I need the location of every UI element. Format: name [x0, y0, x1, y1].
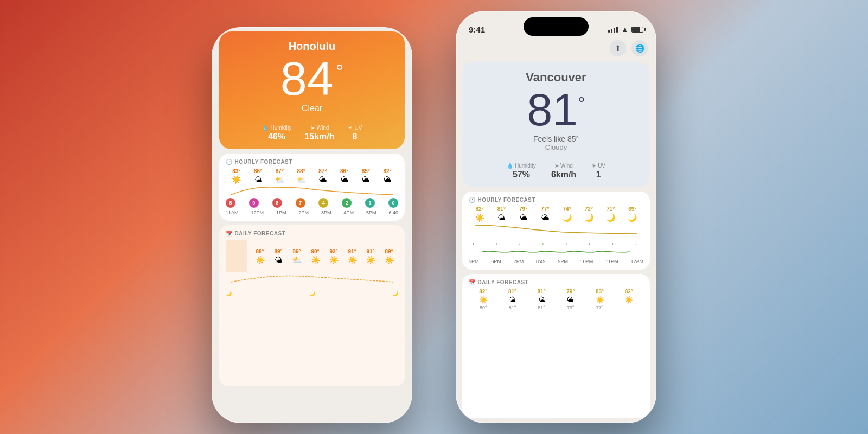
uv-dot-1: 9: [249, 198, 259, 208]
vancouver-content: ⬆ 🌐 Vancouver 81° Feels like 85° Cloudy …: [456, 40, 656, 423]
toolbar: ⬆ 🌐: [462, 40, 650, 56]
humidity-icon: 💧: [262, 125, 269, 131]
van-time-0: 5PM: [469, 259, 479, 264]
honolulu-uv: ☀ UV 8: [348, 125, 362, 142]
vancouver-condition: Cloudy: [472, 143, 640, 151]
uv-icon: ☀: [348, 125, 353, 131]
van-daily-4: 83° ☀️ 77°: [585, 289, 615, 310]
van-time-7: 12AM: [630, 259, 643, 264]
honolulu-daily-title: 📅 DAILY FORECAST: [226, 231, 398, 237]
hourly-col-2: 87° ⛅: [269, 168, 291, 184]
vancouver-stats: 💧 Humidity 57% ➤ Wind 6km/h ☀ UV: [472, 157, 640, 180]
hourly-col-1: 86° 🌤: [247, 168, 269, 184]
vancouver-daily-title: 📅 DAILY FORECAST: [469, 279, 643, 285]
daily-col-7: 89° ☀️: [380, 248, 398, 264]
left-phone: Honolulu 84° Clear 💧 Humidity 46% ➤: [212, 27, 412, 423]
battery-icon: [631, 27, 643, 33]
van-time-5: 10PM: [580, 259, 593, 264]
vancouver-city-name: Vancouver: [472, 71, 640, 85]
honolulu-hourly-card: 🕐 HOURLY FORECAST 83° ☀️ 86° 🌤 87° ⛅ 88°: [219, 154, 405, 221]
clock-icon-van: 🕐: [469, 197, 476, 203]
honolulu-stats: 💧 Humidity 46% ➤ Wind 15km/h ☀ UV: [229, 119, 395, 142]
van-hourly-0: 82° ☀️: [469, 206, 490, 222]
hourly-col-6: 85° 🌥: [355, 168, 377, 184]
van-hourly-5: 72° 🌙: [578, 206, 599, 222]
status-icons: ▲: [608, 25, 643, 34]
vancouver-uv: ☀ UV 1: [591, 163, 605, 180]
time-label-1: 12PM: [251, 210, 264, 215]
vancouver-weather-card: Vancouver 81° Feels like 85° Cloudy 💧 Hu…: [462, 62, 650, 187]
honolulu-hourly-title: 🕐 HOURLY FORECAST: [226, 159, 398, 165]
van-time-3: 8:49: [536, 259, 546, 264]
van-daily-3: 79° 🌥 79°: [556, 289, 585, 310]
daily-col-6: 91° ☀️: [361, 248, 380, 264]
clock-icon: 🕐: [226, 159, 233, 165]
daily-col-3: 90° ☀️: [306, 248, 324, 264]
uv-dot-5: 2: [342, 198, 352, 208]
share-button[interactable]: ⬆: [610, 40, 626, 56]
vancouver-humidity: 💧 Humidity 57%: [507, 163, 536, 180]
van-hourly-6: 71° 🌙: [600, 206, 622, 222]
uv-dot-0: 8: [226, 198, 235, 208]
daily-col-2: 89° ⛅: [288, 248, 306, 264]
vancouver-hourly-title: 🕐 HOURLY FORECAST: [469, 197, 643, 203]
vancouver-temp: 81°: [527, 84, 585, 135]
globe-button[interactable]: 🌐: [631, 40, 648, 56]
honolulu-weather-card: Honolulu 84° Clear 💧 Humidity 46% ➤: [219, 31, 405, 149]
daily-col-0: 88° ☀️: [251, 248, 269, 264]
van-time-2: 7PM: [514, 259, 524, 264]
van-daily-1: 81° 🌤 81°: [498, 289, 527, 310]
time-label-2: 1PM: [276, 210, 286, 215]
honolulu-daily-card: 📅 DAILY FORECAST 88° ☀️ 89° 🌤 89°: [219, 225, 405, 386]
van-daily-5: 82° ☀️ —: [614, 289, 643, 310]
honolulu-humidity: 💧 Humidity 46%: [262, 125, 292, 142]
daily-col-1: 89° 🌤: [269, 248, 288, 264]
moon-icon-1: 🌙: [226, 291, 232, 296]
uv-dot-3: 7: [296, 198, 305, 208]
vancouver-feels-like: Feels like 85°: [472, 135, 640, 143]
vancouver-daily-card: 📅 DAILY FORECAST 82° ☀️ 80° 81° 🌤 81° 81…: [462, 274, 650, 418]
calendar-icon: 📅: [226, 231, 233, 237]
status-time: 9:41: [469, 25, 485, 34]
van-hourly-3: 77° 🌥: [534, 206, 556, 222]
uv-dot-4: 4: [318, 198, 328, 208]
van-daily-0: 82° ☀️ 80°: [469, 289, 498, 310]
dynamic-island: [524, 17, 589, 36]
honolulu-city-name: Honolulu: [229, 40, 395, 53]
time-label-6: 5PM: [366, 210, 376, 215]
signal-bars: [608, 27, 618, 33]
van-hourly-2: 79° 🌥: [513, 206, 534, 222]
van-time-6: 11PM: [605, 259, 618, 264]
time-label-5: 4PM: [343, 210, 354, 215]
vancouver-wind: ➤ Wind 6km/h: [551, 163, 576, 180]
wind-arrows: ← ← ← ← ← ← ← ←: [469, 239, 643, 248]
uv-dot-7: 0: [388, 198, 398, 208]
van-hourly-4: 74° 🌙: [556, 206, 578, 222]
uv-dot-2: 8: [272, 198, 282, 208]
hourly-col-7: 82° 🌥: [376, 168, 398, 184]
hourly-col-3: 88° ⛅: [290, 168, 312, 184]
daily-col-5: 91° ☀️: [343, 248, 361, 264]
wind-icon-van: ➤: [554, 163, 559, 169]
hourly-col-4: 87° 🌥: [312, 168, 334, 184]
time-label-7: 6:40: [388, 210, 398, 215]
calendar-icon-van: 📅: [469, 279, 476, 285]
honolulu-temp: 84°: [229, 55, 395, 103]
vancouver-hourly-card: 🕐 HOURLY FORECAST 82° ☀️ 81° 🌤 79° 🌥: [462, 192, 650, 270]
van-hourly-1: 81° 🌤: [490, 206, 512, 222]
time-label-4: 3PM: [321, 210, 331, 215]
daily-col-4: 92° ☀️: [324, 248, 343, 264]
van-daily-2: 81° 🌤 81°: [527, 289, 556, 310]
honolulu-wind: ➤ Wind 15km/h: [304, 125, 334, 142]
van-time-1: 6PM: [491, 259, 501, 264]
time-label-3: 2PM: [298, 210, 309, 215]
hourly-col-0: 83° ☀️: [226, 168, 247, 184]
hourly-col-5: 86° 🌥: [334, 168, 355, 184]
uv-dot-6: 1: [365, 198, 375, 208]
right-phone: 9:41 ▲ ⬆ 🌐 Vancouver 81°: [456, 11, 656, 423]
wind-icon: ➤: [310, 125, 315, 131]
van-time-4: 9PM: [558, 259, 568, 264]
humidity-icon-van: 💧: [507, 163, 513, 169]
van-hourly-7: 69° 🌙: [622, 206, 643, 222]
time-label-0: 11AM: [226, 210, 239, 215]
